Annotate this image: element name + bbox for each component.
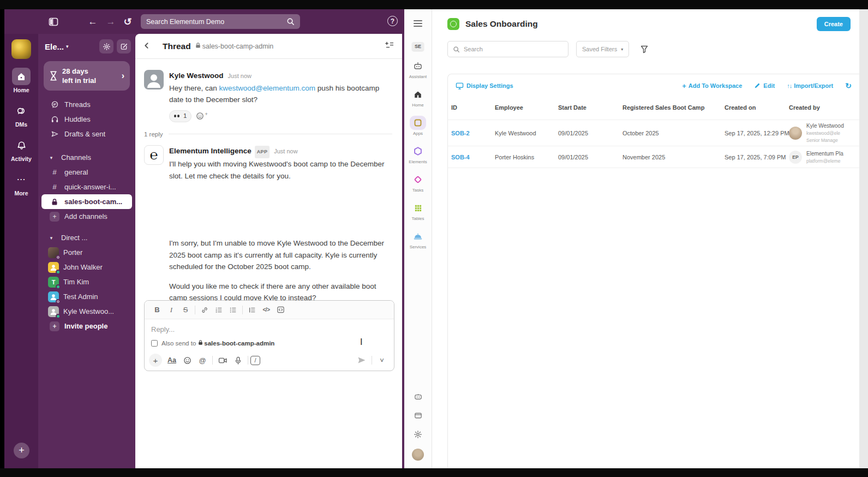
reply-input-area[interactable] bbox=[145, 319, 394, 335]
display-settings-button[interactable]: Display Settings bbox=[456, 82, 513, 90]
trial-banner[interactable]: 28 days left in trial › bbox=[44, 61, 130, 91]
workspace-search-input[interactable] bbox=[146, 18, 286, 26]
text-format-button[interactable]: Aa bbox=[164, 353, 179, 367]
table-search[interactable] bbox=[447, 41, 568, 57]
create-button[interactable]: Create bbox=[817, 17, 851, 31]
window-icon[interactable] bbox=[414, 411, 423, 422]
settings-gear-icon[interactable] bbox=[414, 430, 422, 441]
rail-item-assistant[interactable]: Assistant bbox=[409, 59, 427, 79]
col-header-start-date[interactable]: Start Date bbox=[558, 104, 622, 111]
dm-john-walker[interactable]: John Walker bbox=[41, 260, 132, 275]
add-reaction-icon[interactable]: + bbox=[196, 112, 207, 121]
code-button[interactable]: </> bbox=[259, 303, 273, 317]
shortcuts-button[interactable]: / bbox=[250, 356, 260, 365]
avatar[interactable] bbox=[144, 70, 164, 90]
message-timestamp[interactable]: Just now bbox=[228, 70, 252, 82]
help-icon[interactable]: ? bbox=[387, 16, 398, 26]
microphone-button[interactable] bbox=[230, 353, 246, 367]
rail-item-services[interactable]: Services bbox=[410, 229, 427, 249]
reply-composer[interactable]: B I S </ bbox=[144, 300, 394, 371]
add-channels-button[interactable]: + Add channels bbox=[41, 209, 132, 224]
record-id-link[interactable]: SOB-4 bbox=[451, 154, 495, 160]
elementum-bot-avatar[interactable]: ℮ bbox=[144, 145, 164, 165]
workspace-name[interactable]: Ele... bbox=[45, 42, 64, 51]
compose-icon[interactable] bbox=[117, 39, 131, 53]
workspace-avatar[interactable] bbox=[11, 39, 31, 59]
record-id-link[interactable]: SOB-2 bbox=[451, 130, 495, 136]
attach-plus-button[interactable]: + bbox=[149, 354, 162, 367]
refresh-icon[interactable]: ↻ bbox=[845, 81, 852, 90]
also-send-checkbox[interactable] bbox=[151, 340, 158, 347]
sidebar-item-threads[interactable]: Threads bbox=[41, 97, 132, 112]
dm-test-admin[interactable]: Test Admin bbox=[41, 289, 132, 304]
scrollbar[interactable] bbox=[859, 9, 868, 468]
message-author[interactable]: Kyle Westwood bbox=[169, 70, 224, 82]
send-options-caret[interactable]: ˅ bbox=[374, 353, 390, 367]
col-header-created-by[interactable]: Created by bbox=[789, 104, 859, 111]
menu-icon[interactable] bbox=[414, 20, 422, 27]
filter-funnel-icon[interactable] bbox=[640, 45, 649, 53]
add-to-workspace-button[interactable]: + Add To Workspace bbox=[682, 82, 742, 90]
bulleted-list-button[interactable] bbox=[226, 303, 240, 317]
channels-section-header[interactable]: ▾ Channels bbox=[38, 150, 135, 165]
italic-button[interactable]: I bbox=[164, 303, 178, 317]
col-header-employee[interactable]: Employee bbox=[495, 104, 558, 111]
rail-item-dms[interactable]: DMs bbox=[12, 102, 31, 128]
rail-item-home[interactable]: Home bbox=[410, 87, 426, 108]
workspace-search[interactable] bbox=[141, 14, 300, 29]
back-chevron-icon[interactable] bbox=[143, 41, 155, 51]
assistant-bot-icon[interactable] bbox=[414, 392, 423, 403]
ordered-list-button[interactable] bbox=[212, 303, 226, 317]
send-button[interactable] bbox=[354, 353, 369, 367]
workspace-badge[interactable]: SE bbox=[412, 42, 424, 51]
mention-button[interactable]: @ bbox=[195, 353, 210, 367]
blockquote-button[interactable] bbox=[245, 303, 259, 317]
sidebar-item-drafts[interactable]: Drafts & sent bbox=[41, 127, 132, 141]
rail-item-more[interactable]: ⋯ More bbox=[12, 171, 31, 196]
dm-kyle-westwood[interactable]: Kyle Westwoo... bbox=[41, 304, 132, 319]
rail-item-apps[interactable]: Apps bbox=[410, 116, 426, 136]
channel-sales-boot-camp[interactable]: sales-boot-cam... bbox=[41, 194, 132, 209]
thread-settings-icon[interactable] bbox=[384, 41, 394, 51]
dm-section-header[interactable]: ▾ Direct ... bbox=[38, 230, 135, 245]
import-export-button[interactable]: ↑↓ Import/Export bbox=[787, 82, 833, 89]
dm-tim-kim[interactable]: T Tim Kim bbox=[41, 275, 132, 289]
edit-button[interactable]: Edit bbox=[754, 82, 775, 89]
table-row[interactable]: SOB-2 Kyle Westwood 09/01/2025 October 2… bbox=[448, 120, 859, 146]
table-row[interactable]: SOB-4 Porter Hoskins 09/01/2025 November… bbox=[448, 146, 859, 168]
sidebar-toggle-icon[interactable] bbox=[46, 14, 61, 29]
sidebar-item-huddles[interactable]: Huddles bbox=[41, 112, 132, 127]
rail-item-tables[interactable]: Tables bbox=[410, 201, 426, 221]
video-button[interactable] bbox=[215, 353, 230, 367]
email-link[interactable]: kwestwood@elementum.com bbox=[219, 84, 316, 92]
bold-button[interactable]: B bbox=[150, 303, 164, 317]
link-button[interactable] bbox=[197, 303, 212, 317]
reply-input[interactable] bbox=[151, 325, 387, 333]
rail-item-home[interactable]: Home bbox=[12, 68, 31, 93]
back-icon[interactable]: ← bbox=[85, 14, 100, 29]
rail-item-tasks[interactable]: Tasks bbox=[410, 172, 426, 193]
forward-icon[interactable]: → bbox=[103, 14, 118, 29]
message-author[interactable]: Elementum Intelligence bbox=[169, 145, 252, 157]
invite-people-button[interactable]: + Invite people bbox=[41, 319, 132, 333]
add-workspace-button[interactable]: + bbox=[14, 443, 29, 458]
message-timestamp[interactable]: Just now bbox=[274, 146, 297, 158]
eyes-reaction-pill[interactable]: 1 bbox=[169, 110, 191, 122]
rail-item-elements[interactable]: Elements bbox=[409, 144, 427, 164]
dm-porter[interactable]: Porter bbox=[41, 245, 132, 260]
channel-general[interactable]: # general bbox=[41, 165, 132, 180]
table-search-input[interactable] bbox=[464, 46, 563, 52]
thread-channel[interactable]: sales-boot-camp-admin bbox=[195, 42, 274, 50]
gear-icon[interactable] bbox=[99, 39, 113, 53]
channel-quick-answer[interactable]: # quick-answer-i... bbox=[41, 180, 132, 194]
strikethrough-button[interactable]: S bbox=[178, 303, 193, 317]
col-header-boot-camp[interactable]: Registered Sales Boot Camp bbox=[622, 104, 725, 111]
emoji-button[interactable] bbox=[179, 353, 195, 367]
user-avatar[interactable] bbox=[412, 449, 424, 461]
col-header-id[interactable]: ID bbox=[451, 104, 495, 111]
col-header-created-on[interactable]: Created on bbox=[725, 104, 789, 111]
code-block-button[interactable] bbox=[273, 303, 288, 317]
rail-item-activity[interactable]: Activity bbox=[11, 136, 32, 162]
saved-filters-dropdown[interactable]: Saved Filters ▾ bbox=[576, 41, 629, 57]
history-icon[interactable]: ↺ bbox=[120, 14, 135, 29]
